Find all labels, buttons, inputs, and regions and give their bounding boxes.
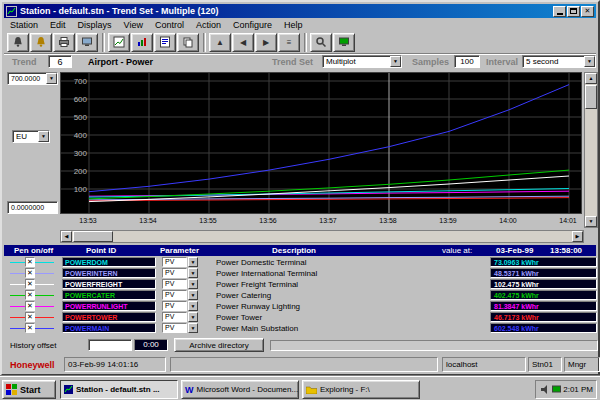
pen-checkbox[interactable]: ✕ xyxy=(25,323,35,333)
chevron-down-icon[interactable]: ▼ xyxy=(188,312,198,322)
task-word[interactable]: W Microsoft Word - Documen... xyxy=(181,380,299,399)
scroll-down-icon[interactable]: ▼ xyxy=(585,216,597,227)
parameter-field[interactable]: PV xyxy=(162,301,187,311)
point-id-field[interactable]: POWERTOWER xyxy=(62,312,156,322)
trend-number-field[interactable]: 6 xyxy=(48,55,72,68)
archive-path-field[interactable] xyxy=(270,340,598,351)
schematic-display-button[interactable] xyxy=(76,33,98,52)
raise-button[interactable]: ▲ xyxy=(209,33,231,52)
status-host: localhost xyxy=(442,357,526,372)
parameter-field[interactable]: PV xyxy=(162,268,187,278)
group-display-button[interactable] xyxy=(131,33,153,52)
alarm-page-button[interactable] xyxy=(7,33,29,52)
chevron-down-icon[interactable]: ▼ xyxy=(188,257,198,267)
task-explorer[interactable]: Exploring - F:\ xyxy=(302,380,420,399)
chevron-down-icon[interactable]: ▼ xyxy=(188,323,198,333)
scroll-up-icon[interactable]: ▲ xyxy=(585,73,597,84)
previous-display-button[interactable]: ◀ xyxy=(232,33,254,52)
parameter-field[interactable]: PV xyxy=(162,312,187,322)
chevron-down-icon[interactable]: ▼ xyxy=(38,131,49,142)
point-id-field[interactable]: POWERFREIGHT xyxy=(62,279,156,289)
pen-row: ✕ POWERTOWER PV ▼ Power Tower 46.7173 kW… xyxy=(4,312,596,323)
start-button[interactable]: Start xyxy=(2,380,56,399)
parameter-field[interactable]: PV xyxy=(162,323,187,333)
task-label: Exploring - F:\ xyxy=(320,385,370,394)
vertical-scroll-thumb[interactable] xyxy=(585,85,597,109)
status-bar: Honeywell 03-Feb-99 14:01:16 localhost S… xyxy=(4,354,596,376)
bar-chart-icon xyxy=(136,36,148,48)
scroll-right-icon[interactable]: ▶ xyxy=(572,231,583,242)
system-tray[interactable]: 2:01 PM xyxy=(535,380,597,399)
trend-set-select[interactable]: Multiplot ▼ xyxy=(322,55,402,68)
pen-checkbox[interactable]: ✕ xyxy=(25,290,35,300)
menu-control[interactable]: Control xyxy=(149,20,190,30)
point-id-field[interactable]: POWERCATER xyxy=(62,290,156,300)
trend-display-button[interactable] xyxy=(108,33,130,52)
pen-checkbox[interactable]: ✕ xyxy=(25,268,35,278)
close-button[interactable]: ✕ xyxy=(581,6,594,17)
toolbar-separator xyxy=(304,33,307,52)
toolbar: ▲ ◀ ▶ ≡ xyxy=(4,31,596,54)
magnifier-icon xyxy=(315,36,327,48)
parameter-field[interactable]: PV xyxy=(162,290,187,300)
print-button[interactable] xyxy=(53,33,75,52)
station-monitor-button[interactable] xyxy=(333,33,355,52)
detail-display-button[interactable] xyxy=(154,33,176,52)
menu-station[interactable]: Station xyxy=(4,20,44,30)
point-id-field[interactable]: POWERMAIN xyxy=(62,323,156,333)
pen-checkbox[interactable]: ✕ xyxy=(25,279,35,289)
parameter-field[interactable]: PV xyxy=(162,257,187,267)
menu-displays[interactable]: Displays xyxy=(72,20,118,30)
chevron-down-icon[interactable]: ▼ xyxy=(584,56,595,67)
vertical-scrollbar[interactable]: ▲ ▼ xyxy=(584,72,598,228)
task-station[interactable]: Station - default.stn ... xyxy=(60,380,178,399)
point-id-field[interactable]: POWERINTERN xyxy=(62,268,156,278)
arrow-right-icon: ▶ xyxy=(263,38,269,47)
menu-action[interactable]: Action xyxy=(190,20,227,30)
chevron-down-icon[interactable]: ▼ xyxy=(188,301,198,311)
alarm-ack-button[interactable] xyxy=(30,33,52,52)
chevron-down-icon[interactable]: ▼ xyxy=(188,290,198,300)
menu-view[interactable]: View xyxy=(118,20,149,30)
maximize-button[interactable] xyxy=(567,6,580,17)
samples-field[interactable]: 100 xyxy=(454,55,480,68)
horizontal-scroll-thumb[interactable] xyxy=(73,231,113,242)
menu-edit[interactable]: Edit xyxy=(44,20,72,30)
point-id-field[interactable]: POWERRUNLIGHT xyxy=(62,301,156,311)
next-display-button[interactable]: ▶ xyxy=(255,33,277,52)
chevron-down-icon[interactable]: ▼ xyxy=(390,56,401,67)
scroll-left-icon[interactable]: ◀ xyxy=(61,231,72,242)
axis-min-field[interactable]: 0.0000000 xyxy=(7,201,58,214)
bell-icon xyxy=(12,36,24,48)
parameter-field[interactable]: PV xyxy=(162,279,187,289)
point-id-field[interactable]: POWERDOM xyxy=(62,257,156,267)
interval-select[interactable]: 5 second ▼ xyxy=(522,55,596,68)
eu-select[interactable]: EU ▼ xyxy=(12,130,50,143)
command-line-button[interactable]: ≡ xyxy=(278,33,300,52)
x-axis-labels: 13:5313:5413:5513:5613:5713:5813:5914:00… xyxy=(60,216,582,228)
trend-label: Trend xyxy=(12,57,37,67)
archive-directory-button[interactable]: Archive directory xyxy=(174,338,264,352)
pen-checkbox[interactable]: ✕ xyxy=(25,257,35,267)
history-offset-input[interactable] xyxy=(88,339,132,351)
pen-checkbox[interactable]: ✕ xyxy=(25,312,35,322)
horizontal-scrollbar[interactable]: ◀ ▶ xyxy=(60,230,584,243)
point-description: Power Domestic Terminal xyxy=(216,258,307,267)
chevron-down-icon[interactable]: ▼ xyxy=(46,73,57,84)
chevron-down-icon[interactable]: ▼ xyxy=(188,279,198,289)
minimize-button[interactable] xyxy=(553,6,566,17)
title-bar[interactable]: Station - default.stn - Trend Set - Mult… xyxy=(4,4,596,18)
menu-configure[interactable]: Configure xyxy=(227,20,278,30)
point-pages-button[interactable] xyxy=(177,33,199,52)
header-value-time: 13:58:00 xyxy=(550,246,582,255)
axis-max-select[interactable]: 700.0000 ▼ xyxy=(7,72,58,85)
trend-set-label: Trend Set xyxy=(272,57,313,67)
menu-help[interactable]: Help xyxy=(278,20,309,30)
chevron-down-icon[interactable]: ▼ xyxy=(188,268,198,278)
word-icon: W xyxy=(185,385,194,395)
zoom-button[interactable] xyxy=(310,33,332,52)
trend-plot[interactable]: 100200300400500600700 xyxy=(60,72,582,214)
point-value: 602.548 kWhr xyxy=(490,323,597,333)
pen-checkbox[interactable]: ✕ xyxy=(25,301,35,311)
trend-chart-icon xyxy=(113,36,125,48)
